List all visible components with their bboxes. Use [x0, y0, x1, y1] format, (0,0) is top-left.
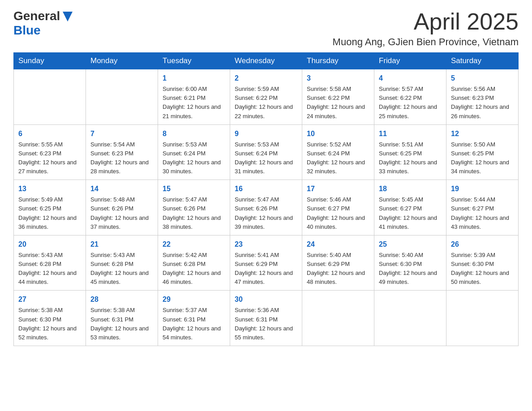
calendar-cell: 4Sunrise: 5:57 AMSunset: 6:22 PMDaylight…	[374, 69, 446, 125]
page-header: General Blue April 2025 Muong Ang, GJien…	[13, 9, 519, 48]
day-detail: Sunrise: 5:48 AMSunset: 6:26 PMDaylight:…	[90, 195, 153, 231]
calendar-week-row: 27Sunrise: 5:38 AMSunset: 6:30 PMDayligh…	[14, 291, 519, 346]
day-number: 13	[18, 184, 81, 194]
day-detail: Sunrise: 5:51 AMSunset: 6:25 PMDaylight:…	[379, 140, 442, 176]
weekday-header-thursday: Thursday	[302, 53, 374, 69]
day-detail: Sunrise: 5:40 AMSunset: 6:30 PMDaylight:…	[379, 251, 442, 287]
day-detail: Sunrise: 5:44 AMSunset: 6:27 PMDaylight:…	[451, 195, 514, 231]
weekday-header-row: SundayMondayTuesdayWednesdayThursdayFrid…	[14, 53, 519, 69]
day-detail: Sunrise: 5:58 AMSunset: 6:22 PMDaylight:…	[307, 85, 369, 121]
calendar-cell: 20Sunrise: 5:43 AMSunset: 6:28 PMDayligh…	[14, 235, 86, 291]
day-detail: Sunrise: 5:38 AMSunset: 6:31 PMDaylight:…	[90, 306, 153, 342]
calendar-cell: 2Sunrise: 5:59 AMSunset: 6:22 PMDaylight…	[230, 69, 302, 125]
calendar-cell: 21Sunrise: 5:43 AMSunset: 6:28 PMDayligh…	[86, 235, 158, 291]
day-detail: Sunrise: 5:49 AMSunset: 6:25 PMDaylight:…	[18, 195, 81, 231]
day-number: 4	[379, 73, 442, 84]
logo-icon	[61, 10, 74, 23]
day-number: 5	[451, 73, 514, 84]
day-number: 26	[451, 239, 514, 250]
header-right: April 2025 Muong Ang, GJien Bien Provinc…	[333, 9, 519, 48]
calendar-cell: 11Sunrise: 5:51 AMSunset: 6:25 PMDayligh…	[374, 124, 446, 180]
day-number: 19	[451, 184, 514, 194]
calendar-cell: 29Sunrise: 5:37 AMSunset: 6:31 PMDayligh…	[158, 291, 230, 346]
day-detail: Sunrise: 5:50 AMSunset: 6:25 PMDaylight:…	[451, 140, 514, 176]
calendar-week-row: 6Sunrise: 5:55 AMSunset: 6:23 PMDaylight…	[14, 124, 519, 180]
day-number: 8	[163, 128, 225, 139]
day-number: 24	[307, 239, 369, 250]
calendar-cell	[374, 291, 446, 346]
calendar-cell: 9Sunrise: 5:53 AMSunset: 6:24 PMDaylight…	[230, 124, 302, 180]
calendar-cell: 26Sunrise: 5:39 AMSunset: 6:30 PMDayligh…	[446, 235, 519, 291]
calendar-cell	[14, 69, 86, 125]
day-number: 18	[379, 184, 442, 194]
day-detail: Sunrise: 5:54 AMSunset: 6:23 PMDaylight:…	[90, 140, 153, 176]
day-detail: Sunrise: 5:47 AMSunset: 6:26 PMDaylight:…	[235, 195, 297, 231]
day-detail: Sunrise: 5:53 AMSunset: 6:24 PMDaylight:…	[163, 140, 225, 176]
logo-text-blue: Blue	[13, 23, 41, 37]
svg-marker-0	[63, 12, 73, 21]
day-detail: Sunrise: 5:56 AMSunset: 6:23 PMDaylight:…	[451, 85, 514, 121]
calendar-cell: 27Sunrise: 5:38 AMSunset: 6:30 PMDayligh…	[14, 291, 86, 346]
day-detail: Sunrise: 6:00 AMSunset: 6:21 PMDaylight:…	[163, 85, 225, 121]
day-detail: Sunrise: 5:45 AMSunset: 6:27 PMDaylight:…	[379, 195, 442, 231]
day-detail: Sunrise: 5:43 AMSunset: 6:28 PMDaylight:…	[90, 251, 153, 287]
logo-text-general: General	[13, 9, 60, 23]
logo: General Blue	[13, 9, 74, 38]
calendar-cell: 23Sunrise: 5:41 AMSunset: 6:29 PMDayligh…	[230, 235, 302, 291]
calendar-cell: 16Sunrise: 5:47 AMSunset: 6:26 PMDayligh…	[230, 180, 302, 235]
calendar-cell: 30Sunrise: 5:36 AMSunset: 6:31 PMDayligh…	[230, 291, 302, 346]
calendar-cell: 22Sunrise: 5:42 AMSunset: 6:28 PMDayligh…	[158, 235, 230, 291]
day-number: 9	[235, 128, 297, 139]
calendar-cell: 19Sunrise: 5:44 AMSunset: 6:27 PMDayligh…	[446, 180, 519, 235]
calendar-cell: 1Sunrise: 6:00 AMSunset: 6:21 PMDaylight…	[158, 69, 230, 125]
weekday-header-monday: Monday	[86, 53, 158, 69]
calendar-cell: 14Sunrise: 5:48 AMSunset: 6:26 PMDayligh…	[86, 180, 158, 235]
day-detail: Sunrise: 5:40 AMSunset: 6:29 PMDaylight:…	[307, 251, 369, 287]
weekday-header-sunday: Sunday	[14, 53, 86, 69]
day-detail: Sunrise: 5:52 AMSunset: 6:24 PMDaylight:…	[307, 140, 369, 176]
day-detail: Sunrise: 5:37 AMSunset: 6:31 PMDaylight:…	[163, 306, 225, 342]
day-number: 11	[379, 128, 442, 139]
day-number: 16	[235, 184, 297, 194]
weekday-header-wednesday: Wednesday	[230, 53, 302, 69]
day-detail: Sunrise: 5:38 AMSunset: 6:30 PMDaylight:…	[18, 306, 81, 342]
day-number: 1	[163, 73, 225, 84]
calendar-week-row: 20Sunrise: 5:43 AMSunset: 6:28 PMDayligh…	[14, 235, 519, 291]
day-detail: Sunrise: 5:36 AMSunset: 6:31 PMDaylight:…	[235, 306, 297, 342]
calendar-cell: 10Sunrise: 5:52 AMSunset: 6:24 PMDayligh…	[302, 124, 374, 180]
day-detail: Sunrise: 5:53 AMSunset: 6:24 PMDaylight:…	[235, 140, 297, 176]
day-number: 15	[163, 184, 225, 194]
calendar-cell	[446, 291, 519, 346]
day-detail: Sunrise: 5:47 AMSunset: 6:26 PMDaylight:…	[163, 195, 225, 231]
day-number: 28	[90, 294, 153, 305]
day-number: 12	[451, 128, 514, 139]
calendar-cell: 7Sunrise: 5:54 AMSunset: 6:23 PMDaylight…	[86, 124, 158, 180]
calendar-cell: 5Sunrise: 5:56 AMSunset: 6:23 PMDaylight…	[446, 69, 519, 125]
calendar-week-row: 1Sunrise: 6:00 AMSunset: 6:21 PMDaylight…	[14, 69, 519, 125]
day-detail: Sunrise: 5:55 AMSunset: 6:23 PMDaylight:…	[18, 140, 81, 176]
calendar-cell: 6Sunrise: 5:55 AMSunset: 6:23 PMDaylight…	[14, 124, 86, 180]
calendar-cell: 8Sunrise: 5:53 AMSunset: 6:24 PMDaylight…	[158, 124, 230, 180]
day-number: 7	[90, 128, 153, 139]
calendar-cell: 25Sunrise: 5:40 AMSunset: 6:30 PMDayligh…	[374, 235, 446, 291]
calendar-cell	[302, 291, 374, 346]
day-number: 17	[307, 184, 369, 194]
weekday-header-tuesday: Tuesday	[158, 53, 230, 69]
day-detail: Sunrise: 5:42 AMSunset: 6:28 PMDaylight:…	[163, 251, 225, 287]
calendar-cell: 17Sunrise: 5:46 AMSunset: 6:27 PMDayligh…	[302, 180, 374, 235]
location-title: Muong Ang, GJien Bien Province, Vietnam	[333, 36, 519, 48]
day-number: 6	[18, 128, 81, 139]
calendar-table: SundayMondayTuesdayWednesdayThursdayFrid…	[13, 52, 519, 346]
day-number: 29	[163, 294, 225, 305]
weekday-header-friday: Friday	[374, 53, 446, 69]
day-number: 27	[18, 294, 81, 305]
calendar-cell: 12Sunrise: 5:50 AMSunset: 6:25 PMDayligh…	[446, 124, 519, 180]
calendar-cell	[86, 69, 158, 125]
day-detail: Sunrise: 5:41 AMSunset: 6:29 PMDaylight:…	[235, 251, 297, 287]
calendar-cell: 24Sunrise: 5:40 AMSunset: 6:29 PMDayligh…	[302, 235, 374, 291]
day-number: 25	[379, 239, 442, 250]
calendar-week-row: 13Sunrise: 5:49 AMSunset: 6:25 PMDayligh…	[14, 180, 519, 235]
day-number: 10	[307, 128, 369, 139]
day-number: 21	[90, 239, 153, 250]
day-number: 20	[18, 239, 81, 250]
